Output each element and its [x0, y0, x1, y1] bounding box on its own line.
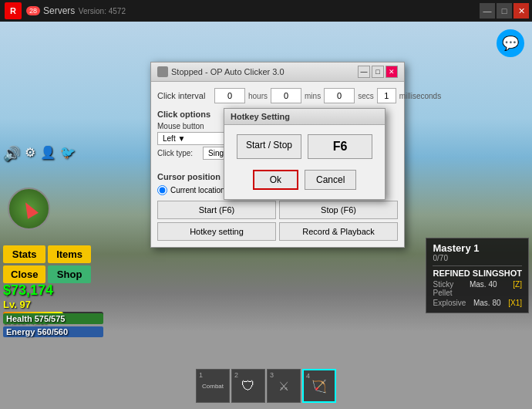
toolbar-label-1: Combat [202, 383, 224, 390]
toolbar-num-2: 2 [234, 371, 238, 379]
hours-input[interactable] [214, 88, 245, 103]
mins-label: mins [305, 92, 321, 100]
ms-input[interactable] [377, 88, 396, 103]
toolbar-item-1[interactable]: 1 Combat [196, 369, 230, 403]
maximize-button[interactable]: □ [497, 3, 512, 19]
hotkey-key-display: F6 [308, 134, 372, 159]
servers-label: Servers [43, 5, 75, 16]
toolbar-item-4[interactable]: 4 🏹 [302, 369, 336, 403]
hours-label: hours [248, 92, 268, 100]
bottom-toolbar[interactable]: 1 Combat 2 🛡 3 ⚔ 4 🏹 [196, 369, 336, 403]
start-stop-row[interactable]: Start (F6) Stop (F6) [157, 201, 398, 219]
mins-input[interactable] [271, 88, 301, 103]
mouse-option-select[interactable]: Left ▼ [157, 132, 227, 145]
stop-button[interactable]: Stop (F6) [279, 201, 398, 219]
minimize-button[interactable]: — [480, 3, 495, 19]
hotkey-dialog-titlebar: Hotkey Setting [224, 109, 385, 125]
mouse-button-label: Mouse button [157, 122, 204, 130]
hotkey-dialog-title: Hotkey Setting [231, 112, 290, 121]
autoclicker-title: Stopped - OP Auto Clicker 3.0 [157, 66, 285, 77]
current-location-radio[interactable] [157, 185, 167, 195]
start-stop-hotkey-btn[interactable]: Start / Stop [237, 134, 301, 159]
items-button[interactable]: Items [48, 245, 90, 263]
toolbar-num-3: 3 [270, 371, 274, 379]
autoclicker-close[interactable]: ✕ [386, 66, 398, 78]
close-window-button[interactable]: ✕ [513, 3, 529, 19]
version-label: Version: 4572 [79, 7, 126, 15]
stat-buttons[interactable]: Stats Items Close Shop [3, 245, 91, 283]
toolbar-num-1: 1 [199, 371, 203, 379]
record-button[interactable]: Record & Playback [279, 222, 398, 241]
autoclicker-maximize[interactable]: □ [372, 66, 384, 78]
autoclicker-titlebar: Stopped - OP Auto Clicker 3.0 — □ ✕ [151, 63, 404, 82]
hotkey-dialog: Hotkey Setting Start / Stop F6 Ok Cancel [224, 108, 386, 200]
secs-input[interactable] [324, 88, 355, 103]
stats-button[interactable]: Stats [3, 245, 45, 263]
ms-label: milliseconds [399, 92, 441, 100]
cancel-button[interactable]: Cancel [305, 170, 356, 190]
notification-badge: 28 [26, 6, 40, 15]
start-button[interactable]: Start (F6) [157, 201, 276, 219]
roblox-logo: R [5, 2, 22, 19]
autoclicker-window-controls[interactable]: — □ ✕ [358, 66, 398, 78]
autoclicker-icon [157, 66, 168, 77]
dialog-buttons[interactable]: Ok Cancel [237, 170, 372, 190]
roblox-titlebar: R 28 Servers Version: 4572 — □ ✕ [0, 0, 532, 22]
hotkey-row: Start / Stop F6 [237, 134, 372, 159]
window-controls: — □ ✕ [480, 3, 529, 19]
click-interval-label: Click interval [157, 91, 211, 100]
autoclicker-title-text: Stopped - OP Auto Clicker 3.0 [171, 67, 285, 76]
autoclicker-minimize[interactable]: — [358, 66, 370, 78]
hotkey-button[interactable]: Hotkey setting [157, 222, 276, 241]
toolbar-item-2[interactable]: 2 🛡 [231, 369, 265, 403]
shop-button[interactable]: Shop [48, 265, 90, 283]
hotkey-record-row[interactable]: Hotkey setting Record & Playback [157, 222, 398, 241]
ok-button[interactable]: Ok [253, 170, 298, 190]
click-interval-row: Click interval hours mins secs milliseco… [157, 88, 398, 103]
toolbar-num-4: 4 [306, 372, 310, 380]
current-location-label: Current location [170, 186, 225, 194]
click-type-label: Click type: [157, 149, 200, 157]
toolbar-item-3[interactable]: 3 ⚔ [267, 369, 301, 403]
hotkey-dialog-body: Start / Stop F6 Ok Cancel [224, 125, 385, 199]
close-button[interactable]: Close [3, 265, 45, 283]
secs-label: secs [358, 92, 374, 100]
